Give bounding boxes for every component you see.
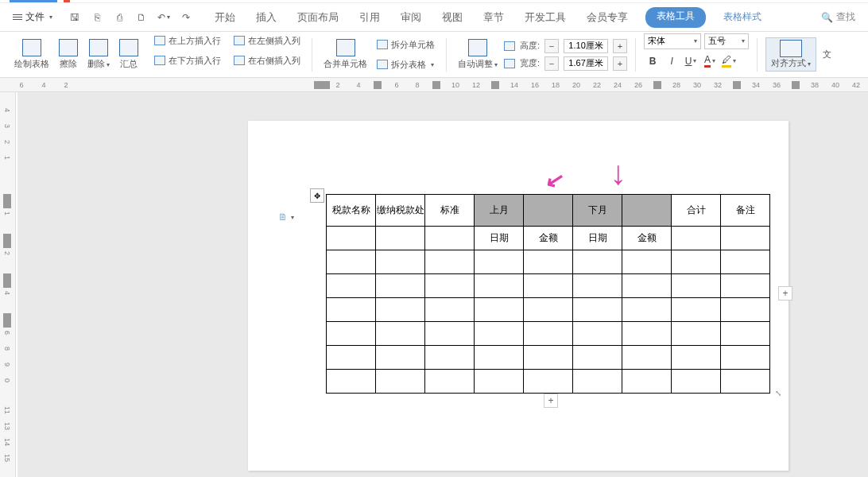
table-row[interactable]: 日期 金额 日期 金额	[327, 227, 770, 250]
add-col-button[interactable]: +	[778, 286, 792, 301]
table-row[interactable]	[327, 370, 770, 394]
table-cell[interactable]	[573, 322, 622, 346]
table-cell[interactable]	[475, 274, 524, 298]
print-preview-icon[interactable]: 🗋	[135, 11, 148, 24]
autofit-button[interactable]: 自动调整▾	[455, 37, 501, 72]
save-icon[interactable]: 🖫	[68, 11, 81, 24]
table-cell[interactable]	[524, 346, 573, 370]
height-minus-button[interactable]: −	[544, 39, 559, 53]
table-cell[interactable]: 标准	[425, 195, 475, 227]
table-cell[interactable]	[672, 370, 721, 394]
table-cell[interactable]	[376, 298, 425, 322]
font-color-button[interactable]: A▾	[701, 52, 719, 70]
table-cell[interactable]: 金额	[524, 227, 573, 250]
table-cell[interactable]	[573, 370, 622, 394]
align-button[interactable]: 对齐方式▾	[765, 37, 816, 72]
eraser-button[interactable]: 擦除	[56, 37, 81, 72]
table-cell[interactable]	[475, 298, 524, 322]
table-cell[interactable]	[721, 298, 770, 322]
tab-page-layout[interactable]: 页面布局	[294, 7, 342, 28]
table-cell[interactable]	[327, 346, 376, 370]
table-cell[interactable]	[425, 298, 475, 322]
export-icon[interactable]: ⎘	[91, 11, 103, 24]
height-input[interactable]	[564, 39, 608, 53]
table-cell[interactable]	[573, 298, 622, 322]
undo-icon[interactable]: ↶▾	[157, 11, 170, 24]
width-input[interactable]	[564, 56, 608, 71]
table-cell[interactable]	[524, 298, 573, 322]
add-row-button[interactable]: +	[544, 394, 558, 408]
table-cell[interactable]: 金额	[622, 227, 672, 250]
table-cell[interactable]	[672, 274, 721, 298]
height-plus-button[interactable]: +	[613, 39, 627, 53]
table-cell[interactable]	[327, 370, 376, 394]
table-cell[interactable]	[425, 346, 475, 370]
table-cell[interactable]	[425, 274, 475, 298]
width-plus-button[interactable]: +	[613, 56, 627, 71]
table-cell[interactable]	[672, 250, 721, 274]
table-cell[interactable]: 日期	[475, 227, 524, 250]
table-cell[interactable]	[327, 322, 376, 346]
table-cell[interactable]: 缴纳税款处	[376, 195, 425, 227]
table-cell[interactable]	[327, 298, 376, 322]
table-row[interactable]	[327, 274, 770, 298]
table-cell-selected[interactable]: 上月	[475, 195, 524, 227]
document-canvas[interactable]: ↙ ↓ ✥ 🗎▾ 税款名称 缴纳税款处 标准 上月 下月 合计 备注 日期 金额…	[17, 92, 868, 477]
table-cell[interactable]	[376, 227, 425, 250]
table-cell[interactable]	[721, 322, 770, 346]
insert-row-below-button[interactable]: 在下方插入行	[151, 53, 224, 68]
split-cell-button[interactable]: 拆分单元格	[374, 37, 438, 52]
tab-chapter[interactable]: 章节	[480, 7, 507, 28]
table-cell[interactable]	[327, 227, 376, 250]
table-resize-handle[interactable]: ⤡	[773, 388, 783, 398]
table-cell[interactable]	[524, 250, 573, 274]
table-cell[interactable]	[327, 274, 376, 298]
table-cell-selected[interactable]	[622, 195, 672, 227]
underline-button[interactable]: U▾	[682, 52, 699, 70]
table-cell[interactable]	[475, 322, 524, 346]
table-cell[interactable]	[524, 322, 573, 346]
table-cell[interactable]	[524, 274, 573, 298]
table-cell[interactable]: 备注	[721, 195, 770, 227]
table-cell[interactable]	[622, 346, 672, 370]
draw-table-button[interactable]: 绘制表格	[11, 37, 52, 72]
text-direction-button[interactable]: 文	[820, 47, 835, 62]
table-row[interactable]	[327, 250, 770, 274]
document-table[interactable]: 税款名称 缴纳税款处 标准 上月 下月 合计 备注 日期 金额 日期 金额	[326, 194, 770, 394]
table-cell[interactable]	[425, 227, 475, 250]
table-row[interactable]	[327, 322, 770, 346]
merge-cells-button[interactable]: 合并单元格	[320, 37, 370, 72]
table-cell[interactable]	[573, 274, 622, 298]
table-cell[interactable]	[721, 346, 770, 370]
table-cell-selected[interactable]	[524, 195, 573, 227]
tab-table-styles[interactable]: 表格样式	[720, 7, 765, 28]
table-cell[interactable]	[721, 274, 770, 298]
delete-button[interactable]: 删除▾	[84, 37, 113, 72]
table-cell[interactable]	[672, 346, 721, 370]
page-sidebar-icon[interactable]: 🗎▾	[278, 211, 294, 223]
table-row[interactable]: 税款名称 缴纳税款处 标准 上月 下月 合计 备注	[327, 195, 770, 227]
file-menu[interactable]: 文件 ▾	[6, 7, 59, 27]
table-cell[interactable]: 日期	[573, 227, 622, 250]
table-cell[interactable]	[425, 370, 475, 394]
tab-member[interactable]: 会员专享	[583, 7, 631, 28]
width-minus-button[interactable]: −	[544, 56, 559, 71]
table-cell[interactable]: 合计	[672, 195, 721, 227]
table-cell[interactable]	[376, 346, 425, 370]
tab-table-tools[interactable]: 表格工具	[645, 7, 706, 28]
font-size-select[interactable]: 五号▾	[704, 33, 749, 49]
insert-row-above-button[interactable]: 在上方插入行	[151, 33, 224, 48]
tab-references[interactable]: 引用	[356, 7, 383, 28]
tab-devtools[interactable]: 开发工具	[521, 7, 569, 28]
table-cell[interactable]	[475, 346, 524, 370]
split-table-button[interactable]: 拆分表格▾	[374, 57, 438, 72]
italic-button[interactable]: I	[663, 52, 680, 70]
table-cell[interactable]	[622, 322, 672, 346]
table-cell[interactable]	[376, 322, 425, 346]
table-cell[interactable]	[622, 274, 672, 298]
table-cell[interactable]	[573, 250, 622, 274]
table-cell[interactable]	[376, 370, 425, 394]
table-cell[interactable]	[672, 298, 721, 322]
tab-review[interactable]: 审阅	[397, 7, 424, 28]
table-move-handle[interactable]: ✥	[310, 188, 324, 203]
